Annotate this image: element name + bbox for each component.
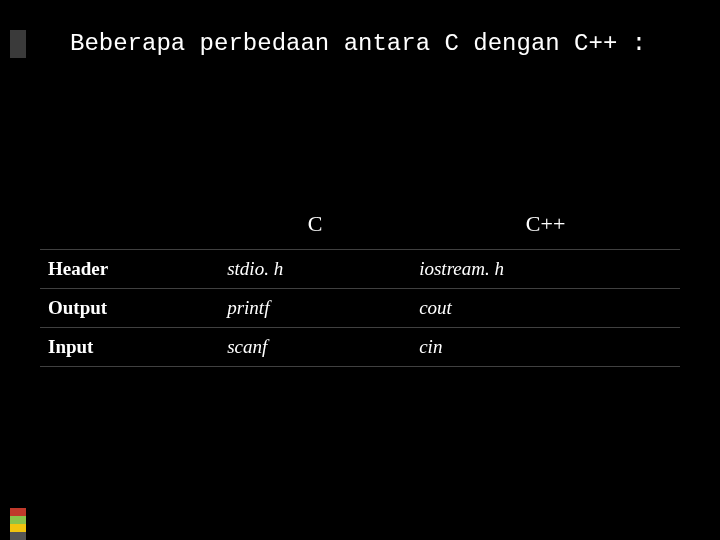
accent-segment-red [10,508,26,516]
table-header-row: C C++ [40,205,680,250]
row-label-input: Input [40,328,219,367]
col-header-blank [40,205,219,250]
comparison-table: C C++ Header stdio. h iostream. h Output… [40,205,680,367]
cell-c-header: stdio. h [219,250,411,289]
slide-title: Beberapa perbedaan antara C dengan C++ : [70,30,680,57]
accent-bar-bottom [10,508,26,540]
cell-cpp-output: cout [411,289,680,328]
row-label-output: Output [40,289,219,328]
cell-c-input: scanf [219,328,411,367]
table-row: Input scanf cin [40,328,680,367]
row-label-header: Header [40,250,219,289]
accent-segment-yellow [10,524,26,532]
col-header-c: C [219,205,411,250]
cell-cpp-header: iostream. h [411,250,680,289]
accent-segment-grey [10,532,26,540]
col-header-cpp: C++ [411,205,680,250]
cell-cpp-input: cin [411,328,680,367]
table-row: Output printf cout [40,289,680,328]
cell-c-output: printf [219,289,411,328]
comparison-table-wrap: C C++ Header stdio. h iostream. h Output… [40,205,680,367]
accent-segment-green [10,516,26,524]
accent-bar-top [10,30,26,58]
table-row: Header stdio. h iostream. h [40,250,680,289]
slide: Beberapa perbedaan antara C dengan C++ :… [0,0,720,540]
